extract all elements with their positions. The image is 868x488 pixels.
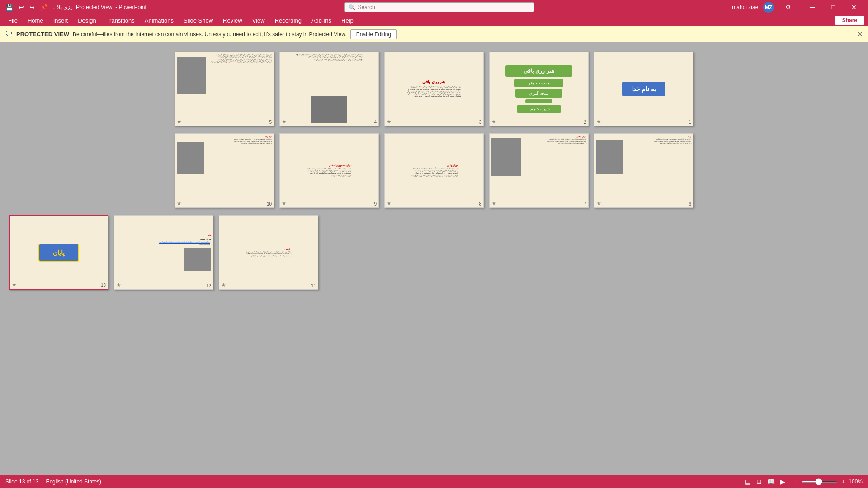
zoom-level: 100% <box>849 479 863 485</box>
menu-home[interactable]: Home <box>23 16 48 25</box>
customize-button[interactable]: 📌 <box>38 3 50 12</box>
protected-view-message: Be careful—files from the Internet can c… <box>73 31 347 38</box>
window-title: رزی باف [Protected View] - PowerPoint <box>53 4 146 10</box>
close-button[interactable]: ✕ <box>844 0 864 14</box>
slide-number-13: 13 <box>101 283 106 288</box>
protected-view-label: PROTECTED VIEW <box>16 31 69 38</box>
slide-thumb-7[interactable]: دوران اسلامی با ورود اسلام به ایران هنر … <box>489 133 589 208</box>
minimize-button[interactable]: ─ <box>802 0 823 14</box>
zoom-out-button[interactable]: − <box>793 477 800 486</box>
slide-star-5: ★ <box>177 118 182 125</box>
slide-number-5: 5 <box>269 120 272 125</box>
slide-row-1: به نام خدا 1 ★ هنر زری بافی مقدمه - هنر … <box>9 52 859 126</box>
slide-star-8: ★ <box>387 200 392 206</box>
slide-number-8: 8 <box>479 202 481 206</box>
slide-thumb-4[interactable]: متقدمان استفاده از رنگهای بسیار ساده و ب… <box>279 52 379 126</box>
menu-view[interactable]: View <box>248 16 269 25</box>
slide-thumb-6[interactable]: بز بند در این دوره رنگ‌های زیادی استفاده… <box>594 133 693 208</box>
slide-number-2: 2 <box>584 120 586 125</box>
slide-thumb-1[interactable]: به نام خدا 1 ★ <box>594 52 693 126</box>
undo-button[interactable]: ↩ <box>17 3 26 12</box>
close-protected-bar-button[interactable]: ✕ <box>857 30 863 38</box>
slide-number-12: 12 <box>206 283 211 288</box>
slide-thumb-9[interactable]: توران هنجمهوری اسلامی پس از انقلاب اسلام… <box>279 133 379 208</box>
slide-star-13: ★ <box>12 282 17 288</box>
slide-thumb-10[interactable]: مواد اولیه مواد اولیه پارچه‌های زری عبار… <box>175 133 274 208</box>
slide-star-10: ★ <box>177 200 182 206</box>
menu-animations[interactable]: Animations <box>140 16 178 25</box>
search-input[interactable] <box>358 4 530 10</box>
zoom-in-button[interactable]: + <box>840 477 847 486</box>
zoom-slider[interactable] <box>802 481 838 483</box>
menu-review[interactable]: Review <box>218 16 247 25</box>
slide-star-6: ★ <box>596 200 601 206</box>
menu-recording[interactable]: Recording <box>270 16 306 25</box>
slide-star-2: ★ <box>491 118 496 125</box>
protected-view-bar: 🛡 PROTECTED VIEW Be careful—files from t… <box>0 26 868 42</box>
search-box: 🔍 <box>344 2 534 12</box>
menu-transitions[interactable]: Transitions <box>102 16 139 25</box>
maximize-button[interactable]: □ <box>823 0 844 14</box>
slide-number-6: 6 <box>689 202 691 206</box>
slide-star-4: ★ <box>282 118 287 125</box>
slide-number-4: 4 <box>374 120 377 125</box>
slide-star-3: ★ <box>387 118 392 125</box>
settings-icon[interactable]: ⚙ <box>778 0 798 14</box>
slide-star-1: ★ <box>596 118 601 125</box>
search-icon: 🔍 <box>349 4 355 10</box>
menu-insert[interactable]: Insert <box>49 16 73 25</box>
slide-number-1: 1 <box>689 120 691 125</box>
zoom-controls: − + 100% <box>793 477 863 486</box>
ribbon: File Home Insert Design Transitions Anim… <box>0 14 868 26</box>
slide-thumb-11[interactable]: رنگ‌آمیزی رنگ‌آمیزی هنری متمایز از طبیعت… <box>219 215 318 290</box>
slide-sorter-button[interactable]: ⊞ <box>755 477 764 486</box>
search-area: 🔍 <box>150 2 728 12</box>
slide-row-3: رنگ‌آمیزی رنگ‌آمیزی هنری متمایز از طبیعت… <box>9 215 859 290</box>
slideshow-button[interactable]: ▶ <box>778 477 787 486</box>
slide-number-3: 3 <box>479 120 481 125</box>
redo-button[interactable]: ↪ <box>28 3 37 12</box>
slide-number-11: 11 <box>311 283 316 288</box>
slide-thumb-5[interactable]: در دوره ساسانیان شیر بر کلیساها و موارده… <box>175 52 274 126</box>
slide-thumb-8[interactable]: دوران پهلوی در این دوران هنر پهلوی یکی د… <box>384 133 484 208</box>
slide-number-9: 9 <box>374 202 377 206</box>
account-avatar[interactable]: MZ <box>763 2 774 13</box>
quick-access-toolbar: 💾 ↩ ↪ 📌 <box>4 3 50 12</box>
slide-number-10: 10 <box>267 202 272 206</box>
menu-bar: File Home Insert Design Transitions Anim… <box>0 14 868 26</box>
window-controls: ─ □ ✕ <box>802 0 864 14</box>
slide-star-12: ★ <box>116 282 121 288</box>
slide-star-9: ★ <box>282 200 287 206</box>
normal-view-button[interactable]: ▤ <box>743 477 753 486</box>
menu-help[interactable]: Help <box>337 16 358 25</box>
enable-editing-button[interactable]: Enable Editing <box>350 29 397 39</box>
slide-number-7: 7 <box>584 202 586 206</box>
slide-info: Slide 13 of 13 <box>5 479 38 485</box>
slide-row-2: بز بند در این دوره رنگ‌های زیادی استفاده… <box>9 133 859 208</box>
menu-slideshow[interactable]: Slide Show <box>179 16 217 25</box>
account-area: mahdi ziaei MZ ⚙ <box>732 0 798 14</box>
title-bar: 💾 ↩ ↪ 📌 رزی باف [Protected View] - Power… <box>0 0 868 14</box>
language-info: English (United States) <box>46 479 101 485</box>
view-buttons: ▤ ⊞ 📖 ▶ <box>743 477 787 486</box>
menu-file[interactable]: File <box>4 16 22 25</box>
reading-view-button[interactable]: 📖 <box>765 477 777 486</box>
slide-thumb-12[interactable]: منابع هنر های اسلامی • http://www.keytoo… <box>114 215 213 290</box>
slide-thumb-13[interactable]: پایان 13 ★ <box>9 215 108 290</box>
menu-addins[interactable]: Add-ins <box>307 16 336 25</box>
shield-icon: 🛡 <box>5 30 13 38</box>
right-controls: ▤ ⊞ 📖 ▶ − + 100% <box>743 477 863 486</box>
slide-thumb-2[interactable]: هنر زری بافی مقدمه - هنر نتیجه گیری دبیر… <box>489 52 589 126</box>
share-button[interactable]: Share <box>835 16 864 25</box>
slide-star-7: ★ <box>491 200 496 206</box>
menu-design[interactable]: Design <box>73 16 100 25</box>
status-bar: Slide 13 of 13 English (United States) ▤… <box>0 475 868 488</box>
slide-grid: به نام خدا 1 ★ هنر زری بافی مقدمه - هنر … <box>0 42 868 475</box>
account-name: mahdi ziaei <box>732 4 760 10</box>
save-button[interactable]: 💾 <box>4 3 15 12</box>
slide-star-11: ★ <box>221 282 226 288</box>
slide-thumb-3[interactable]: هنر زری بافی این هنر یکی از زیباترین هنر… <box>384 52 484 126</box>
